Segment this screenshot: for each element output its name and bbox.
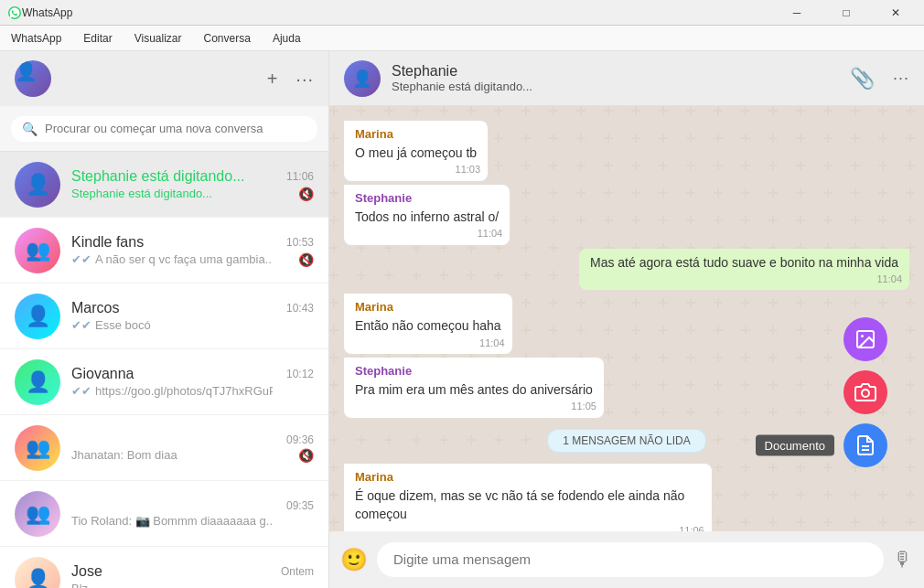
chat-avatar-jhanatan: 👥 [15,425,60,471]
mute-icon: 🔇 [298,448,314,463]
message-time: 11:04 [478,227,503,241]
svg-point-3 [862,390,869,397]
chat-time: 10:12 [286,368,314,380]
chat-time: 10:43 [286,302,314,315]
emoji-button[interactable]: 🙂 [340,547,368,572]
chat-avatar-marcos: 👤 [15,294,60,339]
chat-avatar-jose: 👤 [15,557,60,589]
chat-name-row: Kindle fans 10:53 [71,234,314,251]
document-attach-button[interactable] [843,423,887,467]
chat-item-marcos[interactable]: 👤 Marcos 10:43 ✔✔ Esse bocó [0,283,328,349]
search-icon: 🔍 [22,122,38,136]
message-input[interactable] [393,551,867,567]
message-sender: Stephanie [355,363,593,380]
chat-item-roland[interactable]: 👥 09:35 Tio Roland: 📷 Bommm diaaaaaaa g.… [0,481,328,547]
chat-preview-row: ✔✔ Esse bocó [71,318,314,332]
user-avatar[interactable]: 👤 [15,60,51,97]
chat-name-row: Stephanie está digitando... 11:06 [71,168,314,185]
new-chat-icon[interactable]: + [267,69,278,90]
chat-time: 09:35 [286,499,314,512]
message-row-m5: Stephanie Pra mim era um mês antes do an… [344,358,909,418]
document-label: Documento [756,435,834,456]
message-input-wrap [377,542,884,577]
microphone-button[interactable]: 🎙 [893,548,913,572]
message-row-m1: Marina O meu já começou tb 11:03 [344,121,909,181]
chat-preview-row: Tio Roland: 📷 Bommm diaaaaaaa g... [71,514,314,528]
chat-header-name: Stephanie [392,63,850,80]
chat-preview-row: Jhanatan: Bom diaa 🔇 [71,448,314,463]
app-title: WhatsApp [22,6,776,19]
chat-info-roland: 09:35 Tio Roland: 📷 Bommm diaaaaaaa g... [71,499,314,528]
chat-item-stephanie[interactable]: 👤 Stephanie está digitando... 11:06 Step… [0,152,328,218]
chat-preview: Blz [71,582,88,588]
maximize-button[interactable]: □ [825,0,867,26]
attach-icon[interactable]: 📎 [850,67,875,91]
message-sender: Marina [355,299,501,315]
message-bubble-m6: Marina É oque dizem, mas se vc não tá se… [344,464,712,531]
chat-preview: Stephanie está digitando... [71,187,212,200]
attachment-panel: Documento [843,317,887,467]
chat-list: 👤 Stephanie está digitando... 11:06 Step… [0,152,328,588]
chat-name-row: Giovanna 10:12 [71,366,314,382]
message-sender: Stephanie [355,190,499,207]
menu-ajuda[interactable]: Ajuda [269,28,305,48]
message-time: 11:06 [679,524,704,531]
sidebar-header: 👤 + ··· [0,51,328,106]
chat-time: 10:53 [286,236,314,249]
search-input[interactable] [45,122,306,135]
more-options-icon[interactable]: ··· [295,69,314,90]
message-time: 11:04 [479,337,505,350]
menu-bar: WhatsApp Editar Visualizar Conversa Ajud… [0,26,924,51]
message-time: 11:04 [876,273,902,286]
double-check-icon: ✔✔ [71,384,91,398]
chat-item-jhanatan[interactable]: 👥 09:36 Jhanatan: Bom diaa 🔇 [0,415,328,481]
chat-info-kindle: Kindle fans 10:53 ✔✔ A não ser q vc faça… [71,234,314,267]
chat-more-icon[interactable]: ··· [893,69,909,88]
chat-info-marcos: Marcos 10:43 ✔✔ Esse bocó [71,300,314,332]
close-button[interactable]: ✕ [875,0,917,26]
message-text: Todos no inferno astral o/ [355,208,499,227]
chat-preview: Jhanatan: Bom diaa [71,448,177,462]
camera-attach-button[interactable] [843,370,887,414]
chat-preview-row: Blz [71,582,314,588]
chat-item-jose[interactable]: 👤 Jose Ontem Blz [0,547,328,588]
svg-point-2 [861,335,864,337]
double-check-icon: ✔✔ [71,318,91,332]
chat-item-giovanna[interactable]: 👤 Giovanna 10:12 ✔✔ https://goo.gl/photo… [0,349,328,415]
minimize-button[interactable]: ─ [776,0,818,26]
sidebar-header-left: 👤 [15,60,51,97]
messages-area: Documento Marina O meu já começo [329,106,924,531]
mute-icon: 🔇 [298,252,314,267]
chat-input-bar: 🙂 🎙 [329,531,924,588]
chat-header-info: Stephanie Stephanie está digitando... [392,63,850,93]
chat-preview: ✔✔ https://goo.gl/photos/qTJ7hxRGuP... [71,384,273,398]
message-text: Então não começou haha [355,317,501,336]
message-row-m6: Marina É oque dizem, mas se vc não tá se… [344,464,909,531]
chat-info-jose: Jose Ontem Blz [71,563,314,588]
sidebar-header-icons: + ··· [267,69,314,90]
gallery-attach-button[interactable] [843,317,887,361]
chat-avatar-kindle: 👥 [15,228,60,273]
chat-avatar-stephanie: 👤 [15,162,60,208]
chat-avatar-roland: 👥 [15,491,60,537]
message-row-m2: Stephanie Todos no inferno astral o/ 11:… [344,185,909,245]
chat-name-row: 09:35 [71,499,314,512]
message-bubble-m4: Marina Então não começou haha 11:04 [344,294,512,354]
menu-editar[interactable]: Editar [80,28,115,48]
window-controls: ─ □ ✕ [776,0,917,26]
message-time: 11:03 [456,163,481,176]
menu-visualizar[interactable]: Visualizar [131,28,186,48]
menu-conversa[interactable]: Conversa [200,28,254,48]
chat-item-kindle[interactable]: 👥 Kindle fans 10:53 ✔✔ A não ser q vc fa… [0,218,328,283]
message-text: Mas até agora está tudo suave e bonito n… [590,254,898,273]
message-bubble-m1: Marina O meu já começou tb 11:03 [344,121,488,181]
chat-preview-row: ✔✔ https://goo.gl/photos/qTJ7hxRGuP... [71,384,314,398]
chat-header-icons: 📎 ··· [850,67,909,91]
message-bubble-m5: Stephanie Pra mim era um mês antes do an… [344,358,604,418]
chat-name: Kindle fans [71,234,144,251]
sidebar: 👤 + ··· 🔍 👤 S [0,51,329,588]
chat-name: Giovanna [71,366,134,382]
chat-name-row: Jose Ontem [71,563,314,580]
chat-preview: ✔✔ Esse bocó [71,318,151,332]
menu-whatsapp[interactable]: WhatsApp [7,28,65,48]
